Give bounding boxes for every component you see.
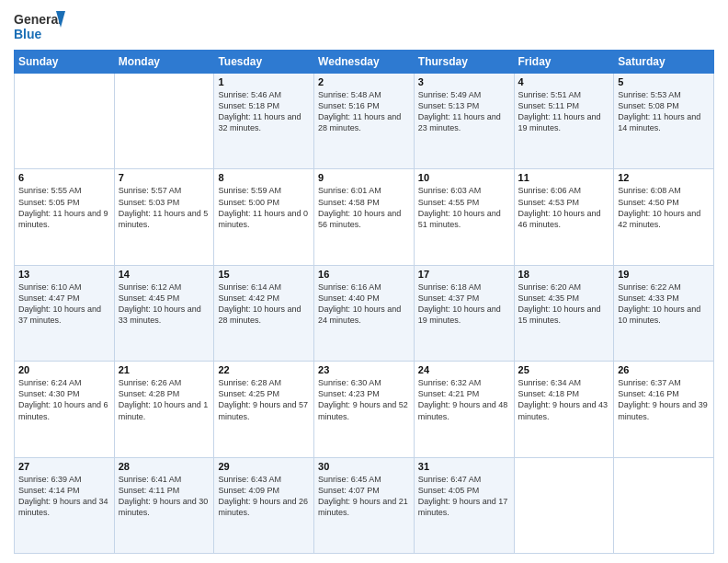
day-cell: 6Sunrise: 5:55 AMSunset: 5:05 PMDaylight…	[15, 169, 115, 265]
svg-text:Blue: Blue	[14, 27, 42, 41]
day-cell	[15, 74, 115, 169]
logo: GeneralBlue	[14, 9, 69, 42]
day-cell: 27Sunrise: 6:39 AMSunset: 4:14 PMDayligh…	[15, 457, 115, 553]
weekday-header-monday: Monday	[114, 51, 214, 74]
day-number: 31	[418, 461, 510, 472]
day-info: Sunrise: 6:20 AMSunset: 4:35 PMDaylight:…	[518, 282, 610, 327]
week-row-1: 1Sunrise: 5:46 AMSunset: 5:18 PMDaylight…	[15, 74, 714, 169]
day-info: Sunrise: 5:53 AMSunset: 5:08 PMDaylight:…	[618, 89, 710, 134]
day-number: 22	[218, 364, 310, 375]
day-cell: 31Sunrise: 6:47 AMSunset: 4:05 PMDayligh…	[414, 457, 514, 553]
day-cell: 10Sunrise: 6:03 AMSunset: 4:55 PMDayligh…	[414, 169, 514, 265]
day-info: Sunrise: 6:16 AMSunset: 4:40 PMDaylight:…	[318, 282, 410, 327]
day-info: Sunrise: 6:34 AMSunset: 4:18 PMDaylight:…	[518, 377, 610, 422]
day-cell: 29Sunrise: 6:43 AMSunset: 4:09 PMDayligh…	[214, 457, 314, 553]
weekday-header-tuesday: Tuesday	[214, 51, 314, 74]
day-number: 18	[518, 269, 610, 280]
day-number: 25	[518, 364, 610, 375]
day-info: Sunrise: 6:45 AMSunset: 4:07 PMDaylight:…	[318, 474, 410, 519]
weekday-header-thursday: Thursday	[414, 51, 514, 74]
day-cell: 19Sunrise: 6:22 AMSunset: 4:33 PMDayligh…	[614, 265, 714, 361]
day-info: Sunrise: 6:30 AMSunset: 4:23 PMDaylight:…	[318, 377, 410, 422]
day-number: 27	[18, 461, 110, 472]
day-cell: 28Sunrise: 6:41 AMSunset: 4:11 PMDayligh…	[114, 457, 214, 553]
day-cell: 2Sunrise: 5:48 AMSunset: 5:16 PMDaylight…	[314, 74, 415, 169]
day-cell: 26Sunrise: 6:37 AMSunset: 4:16 PMDayligh…	[614, 362, 714, 457]
day-cell: 17Sunrise: 6:18 AMSunset: 4:37 PMDayligh…	[414, 265, 514, 361]
day-cell: 8Sunrise: 5:59 AMSunset: 5:00 PMDaylight…	[214, 169, 314, 265]
day-info: Sunrise: 6:47 AMSunset: 4:05 PMDaylight:…	[418, 474, 510, 519]
day-cell: 9Sunrise: 6:01 AMSunset: 4:58 PMDaylight…	[314, 169, 415, 265]
day-info: Sunrise: 6:32 AMSunset: 4:21 PMDaylight:…	[418, 377, 510, 422]
day-info: Sunrise: 6:26 AMSunset: 4:28 PMDaylight:…	[119, 377, 210, 422]
day-info: Sunrise: 6:22 AMSunset: 4:33 PMDaylight:…	[618, 282, 710, 327]
day-info: Sunrise: 5:55 AMSunset: 5:05 PMDaylight:…	[18, 185, 110, 230]
day-cell: 30Sunrise: 6:45 AMSunset: 4:07 PMDayligh…	[314, 457, 415, 553]
day-number: 14	[119, 269, 210, 280]
day-number: 9	[318, 172, 410, 183]
day-info: Sunrise: 6:37 AMSunset: 4:16 PMDaylight:…	[618, 377, 710, 422]
day-number: 21	[119, 364, 210, 375]
day-cell: 13Sunrise: 6:10 AMSunset: 4:47 PMDayligh…	[15, 265, 115, 361]
logo-icon: GeneralBlue	[14, 9, 69, 42]
svg-text:General: General	[14, 12, 62, 27]
day-info: Sunrise: 5:46 AMSunset: 5:18 PMDaylight:…	[218, 89, 310, 134]
weekday-header-sunday: Sunday	[15, 51, 115, 74]
day-cell: 14Sunrise: 6:12 AMSunset: 4:45 PMDayligh…	[114, 265, 214, 361]
day-cell: 21Sunrise: 6:26 AMSunset: 4:28 PMDayligh…	[114, 362, 214, 457]
day-number: 3	[418, 76, 510, 87]
week-row-5: 27Sunrise: 6:39 AMSunset: 4:14 PMDayligh…	[15, 457, 714, 553]
day-number: 2	[318, 76, 410, 87]
calendar-page: GeneralBlue SundayMondayTuesdayWednesday…	[0, 0, 728, 563]
day-number: 24	[418, 364, 510, 375]
day-number: 12	[618, 172, 710, 183]
day-number: 23	[318, 364, 410, 375]
day-number: 10	[418, 172, 510, 183]
day-cell: 7Sunrise: 5:57 AMSunset: 5:03 PMDaylight…	[114, 169, 214, 265]
day-cell: 4Sunrise: 5:51 AMSunset: 5:11 PMDaylight…	[514, 74, 614, 169]
day-info: Sunrise: 6:43 AMSunset: 4:09 PMDaylight:…	[218, 474, 310, 519]
week-row-3: 13Sunrise: 6:10 AMSunset: 4:47 PMDayligh…	[15, 265, 714, 361]
day-number: 28	[119, 461, 210, 472]
day-cell	[514, 457, 614, 553]
day-cell: 5Sunrise: 5:53 AMSunset: 5:08 PMDaylight…	[614, 74, 714, 169]
day-cell: 15Sunrise: 6:14 AMSunset: 4:42 PMDayligh…	[214, 265, 314, 361]
day-info: Sunrise: 6:06 AMSunset: 4:53 PMDaylight:…	[518, 185, 610, 230]
day-info: Sunrise: 5:57 AMSunset: 5:03 PMDaylight:…	[119, 185, 210, 230]
weekday-header-friday: Friday	[514, 51, 614, 74]
week-row-4: 20Sunrise: 6:24 AMSunset: 4:30 PMDayligh…	[15, 362, 714, 457]
day-info: Sunrise: 6:41 AMSunset: 4:11 PMDaylight:…	[119, 474, 210, 519]
day-number: 13	[18, 269, 110, 280]
day-cell	[614, 457, 714, 553]
day-number: 26	[618, 364, 710, 375]
weekday-header-wednesday: Wednesday	[314, 51, 415, 74]
day-number: 17	[418, 269, 510, 280]
day-cell: 1Sunrise: 5:46 AMSunset: 5:18 PMDaylight…	[214, 74, 314, 169]
day-cell: 23Sunrise: 6:30 AMSunset: 4:23 PMDayligh…	[314, 362, 415, 457]
day-info: Sunrise: 6:18 AMSunset: 4:37 PMDaylight:…	[418, 282, 510, 327]
day-number: 6	[18, 172, 110, 183]
day-number: 7	[119, 172, 210, 183]
day-info: Sunrise: 6:24 AMSunset: 4:30 PMDaylight:…	[18, 377, 110, 422]
day-cell: 16Sunrise: 6:16 AMSunset: 4:40 PMDayligh…	[314, 265, 415, 361]
weekday-header-saturday: Saturday	[614, 51, 714, 74]
day-info: Sunrise: 5:49 AMSunset: 5:13 PMDaylight:…	[418, 89, 510, 134]
day-number: 29	[218, 461, 310, 472]
day-cell: 25Sunrise: 6:34 AMSunset: 4:18 PMDayligh…	[514, 362, 614, 457]
day-number: 11	[518, 172, 610, 183]
day-number: 8	[218, 172, 310, 183]
calendar-table: SundayMondayTuesdayWednesdayThursdayFrid…	[14, 50, 714, 554]
header: GeneralBlue	[14, 9, 714, 42]
day-cell: 11Sunrise: 6:06 AMSunset: 4:53 PMDayligh…	[514, 169, 614, 265]
day-number: 19	[618, 269, 710, 280]
day-info: Sunrise: 6:12 AMSunset: 4:45 PMDaylight:…	[119, 282, 210, 327]
day-info: Sunrise: 6:28 AMSunset: 4:25 PMDaylight:…	[218, 377, 310, 422]
day-number: 20	[18, 364, 110, 375]
day-number: 5	[618, 76, 710, 87]
day-number: 15	[218, 269, 310, 280]
day-number: 30	[318, 461, 410, 472]
day-info: Sunrise: 6:10 AMSunset: 4:47 PMDaylight:…	[18, 282, 110, 327]
day-number: 1	[218, 76, 310, 87]
day-cell: 12Sunrise: 6:08 AMSunset: 4:50 PMDayligh…	[614, 169, 714, 265]
day-number: 4	[518, 76, 610, 87]
